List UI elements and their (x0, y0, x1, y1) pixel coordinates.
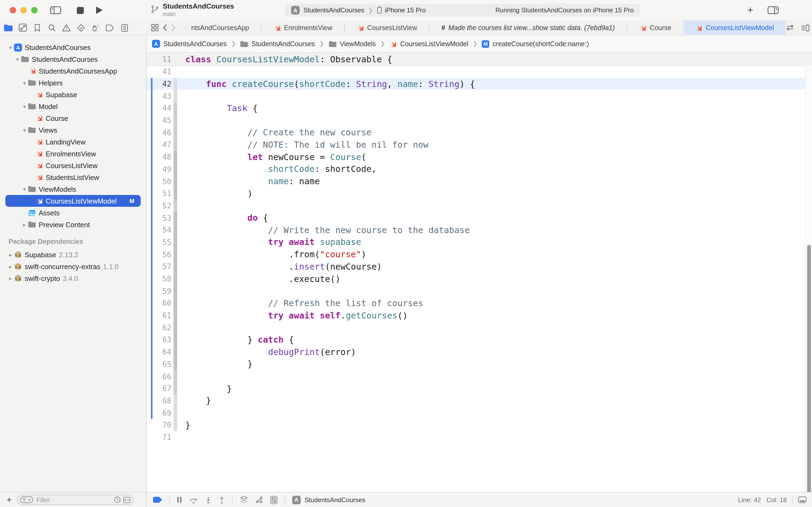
sidebar-item-course[interactable]: Course (0, 112, 146, 124)
memory-graph-icon[interactable] (255, 496, 263, 504)
chevron-right-icon[interactable]: ▸ (7, 251, 14, 258)
chevron-down-icon[interactable]: ▾ (21, 80, 28, 86)
fold-ribbon[interactable] (173, 212, 177, 370)
code-line-69[interactable]: 69 (147, 407, 812, 419)
sidebar-item-studentsandcourses[interactable]: ▾StudentsAndCourses (0, 53, 146, 65)
scrollbar-thumb[interactable] (807, 245, 811, 492)
tab-courseslistview[interactable]: CoursesListView (345, 20, 429, 35)
jump-bar[interactable]: AStudentsAndCourses❯StudentsAndCourses❯V… (147, 36, 812, 53)
line-number[interactable]: 61 (147, 311, 171, 320)
code-area[interactable]: 4142 func createCourse(shortCode: String… (147, 65, 812, 492)
recent-files-clock-icon[interactable] (114, 496, 121, 503)
new-tab-button[interactable]: + (742, 0, 758, 20)
line-number[interactable]: 42 (147, 79, 171, 88)
chevron-right-icon[interactable]: ▸ (7, 275, 14, 281)
sidebar-item-viewmodels[interactable]: ▾ViewModels (0, 183, 146, 195)
sidebar-item-enrolmentsview[interactable]: EnrolmentsView (0, 148, 146, 160)
code-line-70[interactable]: 70} (147, 419, 812, 431)
line-number[interactable]: 60 (147, 299, 171, 307)
tab-course[interactable]: Course (627, 20, 683, 35)
code-line-46[interactable]: 46 // Create the new course (147, 126, 812, 138)
line-number[interactable]: 64 (147, 347, 171, 356)
code-line-43[interactable]: 43 (147, 90, 812, 102)
zoom-window-button[interactable] (31, 7, 38, 13)
code-line-61[interactable]: 61 try await self.getCourses() (147, 309, 812, 322)
code-line-53[interactable]: 53 do { (147, 212, 812, 224)
fold-ribbon[interactable] (173, 151, 177, 200)
code-line-67[interactable]: 67 } (147, 382, 812, 394)
code-line-48[interactable]: 48 let newCourse = Course( (147, 151, 812, 163)
code-line-52[interactable]: 52 (147, 200, 812, 212)
step-over-icon[interactable] (189, 496, 198, 504)
sidebar-item-courseslistviewmodel[interactable]: CoursesListViewModelM (5, 195, 141, 207)
code-line-64[interactable]: 64 debugPrint(error) (147, 346, 812, 358)
package-item-swift-concurrency-extras[interactable]: ▸swift-concurrency-extras1.1.0 (0, 261, 146, 272)
line-number[interactable]: 48 (147, 153, 171, 161)
chevron-right-icon[interactable]: ▸ (7, 264, 14, 269)
sidebar-item-studentsandcourses[interactable]: ▾AStudentsAndCourses (0, 41, 146, 53)
code-line-54[interactable]: 54 // Write the new course to the databa… (147, 224, 812, 236)
code-line-57[interactable]: 57 .insert(newCourse) (147, 261, 812, 273)
sidebar-item-views[interactable]: ▾Views (0, 124, 146, 136)
swap-editors-icon[interactable] (786, 24, 794, 31)
stop-button[interactable] (73, 0, 87, 20)
code-line-58[interactable]: 58 .execute() (147, 273, 812, 285)
line-number[interactable]: 62 (147, 323, 171, 332)
breadcrumb-item[interactable]: ViewModels (329, 40, 375, 48)
line-number[interactable]: 43 (147, 92, 171, 100)
line-number[interactable]: 49 (147, 165, 171, 173)
breakpoints-toggle-icon[interactable] (153, 497, 162, 503)
sidebar-item-landingview[interactable]: LandingView (0, 136, 146, 148)
line-number[interactable]: 51 (147, 189, 171, 198)
scrollbar-track[interactable] (805, 65, 812, 492)
line-number[interactable]: 41 (147, 67, 171, 76)
toggle-right-panel-icon[interactable] (764, 0, 782, 20)
step-out-icon[interactable] (219, 496, 225, 504)
sidebar-item-studentsandcoursesapp[interactable]: StudentsAndCoursesApp (0, 65, 146, 77)
line-number[interactable]: 66 (147, 372, 171, 381)
tab-overview-icon[interactable] (151, 23, 159, 32)
code-line-56[interactable]: 56 .from("course") (147, 248, 812, 261)
toggle-left-panel-icon[interactable] (47, 0, 63, 20)
sidebar-item-helpers[interactable]: ▾Helpers (0, 77, 146, 89)
code-line-62[interactable]: 62 (147, 322, 812, 334)
code-line-47[interactable]: 47 // NOTE: The id will be nil for now (147, 138, 812, 151)
line-number[interactable]: 56 (147, 250, 171, 259)
sidebar-item-model[interactable]: ▾Model (0, 101, 146, 112)
code-line-66[interactable]: 66 (147, 370, 812, 382)
line-number[interactable]: 47 (147, 140, 171, 149)
breadcrumb-item[interactable]: AStudentsAndCourses (152, 40, 227, 48)
line-number[interactable]: 70 (147, 421, 171, 430)
code-line-42[interactable]: 42 func createCourse(shortCode: String, … (147, 77, 812, 90)
code-line-71[interactable]: 71 (147, 431, 812, 443)
source-control-filter-icon[interactable] (123, 497, 130, 503)
chevron-right-icon[interactable]: ▸ (21, 222, 28, 227)
code-line-44[interactable]: 44 Task { (147, 102, 812, 114)
package-item-swift-crypto[interactable]: ▸swift-crypto3.4.0 (0, 272, 146, 284)
source-editor[interactable]: 11 class CoursesListViewModel: Observabl… (147, 53, 812, 492)
chevron-down-icon[interactable]: ▾ (7, 44, 14, 50)
line-number[interactable]: 53 (147, 214, 171, 222)
filter-input[interactable] (36, 496, 112, 504)
tab-made-the-courses-list-view-sho[interactable]: #Made the courses list view...show stati… (429, 20, 627, 35)
breadcrumb-item[interactable]: StudentsAndCourses (240, 40, 315, 48)
line-number[interactable]: 52 (147, 202, 171, 210)
breadcrumb-item[interactable]: McreateCourse(shortCode:name:) (482, 40, 589, 48)
chevron-down-icon[interactable]: ▾ (14, 56, 21, 62)
line-number[interactable]: 45 (147, 116, 171, 125)
code-line-50[interactable]: 50 name: name (147, 175, 812, 187)
step-into-icon[interactable] (205, 496, 212, 504)
breadcrumb-item[interactable]: CoursesListViewModel (389, 40, 468, 48)
line-number[interactable]: 63 (147, 335, 171, 344)
line-number[interactable]: 68 (147, 396, 171, 405)
sidebar-item-courseslistview[interactable]: CoursesListView (0, 160, 146, 171)
line-number[interactable]: 44 (147, 104, 171, 113)
debug-navigator-icon[interactable] (91, 23, 100, 32)
code-line-41[interactable]: 41 (147, 65, 812, 77)
code-line-65[interactable]: 65 } (147, 358, 812, 370)
scheme-destination[interactable]: iPhone 15 Pro (385, 6, 425, 14)
line-number[interactable]: 59 (147, 287, 171, 295)
filter-menu-icon[interactable] (20, 496, 33, 503)
bookmarks-navigator-icon[interactable] (33, 23, 42, 32)
line-number[interactable]: 65 (147, 360, 171, 369)
